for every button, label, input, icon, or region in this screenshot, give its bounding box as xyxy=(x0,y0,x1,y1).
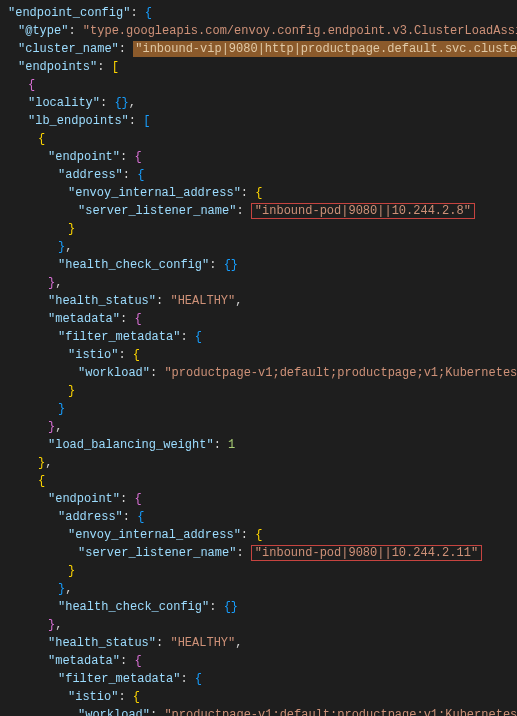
code-line: }, xyxy=(8,418,509,436)
json-key: "locality" xyxy=(28,96,100,110)
code-line: }, xyxy=(8,616,509,634)
code-line: "workload": "productpage-v1;default;prod… xyxy=(8,364,509,382)
code-line: "endpoint": { xyxy=(8,148,509,166)
json-key: "workload" xyxy=(78,366,150,380)
code-line: }, xyxy=(8,454,509,472)
code-line: "endpoint": { xyxy=(8,490,509,508)
json-key: "endpoints" xyxy=(18,60,97,74)
code-line: "locality": {}, xyxy=(8,94,509,112)
code-line: "workload": "productpage-v1;default;prod… xyxy=(8,706,509,716)
code-line: }, xyxy=(8,580,509,598)
json-key: "health_check_config" xyxy=(58,258,209,272)
code-line: "server_listener_name": "inbound-pod|908… xyxy=(8,544,509,562)
code-line: "filter_metadata": { xyxy=(8,328,509,346)
json-key: "cluster_name" xyxy=(18,42,119,56)
json-key: "health_status" xyxy=(48,294,156,308)
json-value: 1 xyxy=(228,438,235,452)
code-line: "filter_metadata": { xyxy=(8,670,509,688)
json-value: "productpage-v1;default;productpage;v1;K… xyxy=(164,708,517,716)
code-editor[interactable]: "endpoint_config": { "@type": "type.goog… xyxy=(8,4,509,716)
code-line: "metadata": { xyxy=(8,652,509,670)
json-key: "envoy_internal_address" xyxy=(68,528,241,542)
json-key: "server_listener_name" xyxy=(78,546,236,560)
code-line: "address": { xyxy=(8,508,509,526)
code-line: "address": { xyxy=(8,166,509,184)
code-line: "istio": { xyxy=(8,346,509,364)
highlighted-value: "inbound-vip|9080|http|productpage.defau… xyxy=(133,41,517,57)
code-line: "server_listener_name": "inbound-pod|908… xyxy=(8,202,509,220)
code-line: "health_status": "HEALTHY", xyxy=(8,292,509,310)
json-key: "lb_endpoints" xyxy=(28,114,129,128)
code-line: "istio": { xyxy=(8,688,509,706)
code-line: "endpoint_config": { xyxy=(8,4,509,22)
code-line: "metadata": { xyxy=(8,310,509,328)
json-value: "HEALTHY" xyxy=(170,636,235,650)
json-value: {} xyxy=(224,600,238,614)
code-line: "health_check_config": {} xyxy=(8,598,509,616)
code-line: "health_status": "HEALTHY", xyxy=(8,634,509,652)
json-key: "filter_metadata" xyxy=(58,672,180,686)
code-line: } xyxy=(8,220,509,238)
code-line: }, xyxy=(8,274,509,292)
json-key: "load_balancing_weight" xyxy=(48,438,214,452)
code-line: "health_check_config": {} xyxy=(8,256,509,274)
code-line: } xyxy=(8,382,509,400)
json-key: "health_check_config" xyxy=(58,600,209,614)
json-key: "server_listener_name" xyxy=(78,204,236,218)
code-line: { xyxy=(8,472,509,490)
json-key: "envoy_internal_address" xyxy=(68,186,241,200)
json-value: "productpage-v1;default;productpage;v1;K… xyxy=(164,366,517,380)
json-key: "filter_metadata" xyxy=(58,330,180,344)
json-key: "endpoint" xyxy=(48,150,120,164)
json-key: "workload" xyxy=(78,708,150,716)
json-value: {} xyxy=(224,258,238,272)
highlighted-value: "inbound-pod|9080||10.244.2.8" xyxy=(251,203,475,219)
json-key: "address" xyxy=(58,510,123,524)
code-line: "envoy_internal_address": { xyxy=(8,526,509,544)
highlighted-value: "inbound-pod|9080||10.244.2.11" xyxy=(251,545,482,561)
code-line: "@type": "type.googleapis.com/envoy.conf… xyxy=(8,22,509,40)
code-line: "endpoints": [ xyxy=(8,58,509,76)
code-line: "cluster_name": "inbound-vip|9080|http|p… xyxy=(8,40,509,58)
code-line: "load_balancing_weight": 1 xyxy=(8,436,509,454)
json-key: "endpoint_config" xyxy=(8,6,130,20)
json-key: "metadata" xyxy=(48,312,120,326)
code-line: "envoy_internal_address": { xyxy=(8,184,509,202)
json-key: "address" xyxy=(58,168,123,182)
code-line: "lb_endpoints": [ xyxy=(8,112,509,130)
json-key: "istio" xyxy=(68,690,118,704)
json-key: "@type" xyxy=(18,24,68,38)
json-key: "metadata" xyxy=(48,654,120,668)
code-line: } xyxy=(8,562,509,580)
json-key: "health_status" xyxy=(48,636,156,650)
code-line: } xyxy=(8,400,509,418)
code-line: { xyxy=(8,76,509,94)
json-value: "type.googleapis.com/envoy.config.endpoi… xyxy=(83,24,517,38)
code-line: { xyxy=(8,130,509,148)
json-value: "HEALTHY" xyxy=(170,294,235,308)
json-value: {} xyxy=(114,96,128,110)
json-key: "endpoint" xyxy=(48,492,120,506)
json-key: "istio" xyxy=(68,348,118,362)
code-line: }, xyxy=(8,238,509,256)
